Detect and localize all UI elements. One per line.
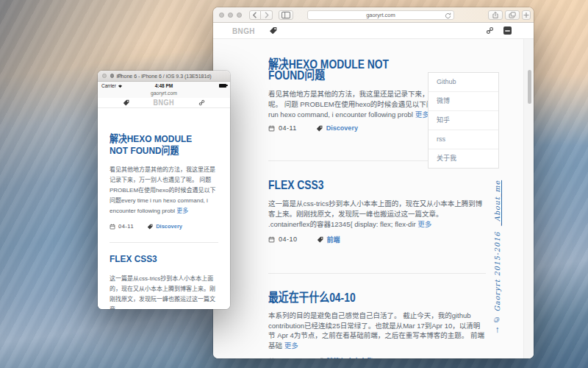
article-title-link[interactable]: 解决HEXO MODULE NOT FOUND问题 — [110, 133, 193, 156]
tag-icon — [317, 236, 323, 243]
article: FLEX CSS3 这一篇是从css-trics抄到本人小本本上面的，现在又从小… — [110, 243, 218, 309]
tag-icon — [317, 358, 323, 358]
tag-icon — [123, 99, 129, 106]
link-icon — [198, 99, 205, 106]
safari-window: gaoryrt.com BNGH — [213, 7, 534, 358]
refresh-icon — [445, 13, 451, 19]
article-meta: 04-11 Discovery — [110, 223, 218, 230]
read-more-link[interactable]: 更多 — [415, 110, 429, 118]
forward-button[interactable] — [261, 10, 273, 20]
simulator-titlebar: iPhone 6 - iPhone 6 / iOS 9.3 (13E5181d) — [98, 71, 230, 82]
article-tag-link[interactable]: Discovery — [326, 124, 358, 132]
article-title-link[interactable]: 解决HEXO MODULE NOT FOUND问题 — [268, 59, 412, 81]
sidebar-icon — [279, 11, 293, 19]
article: 解决HEXO MODULE NOT FOUND问题 看见其他地方是其他的方法，我… — [110, 108, 218, 230]
tab-overview-button[interactable] — [505, 10, 520, 20]
article-excerpt: 这一篇是从css-trics抄到本人小本本上面的，现在又从小本本上腾到博客上来。… — [110, 274, 218, 310]
tags-button[interactable] — [123, 99, 129, 106]
toolbar-right-buttons — [488, 10, 531, 20]
ios-status-bar: Carrier 4:48 PM — [98, 82, 230, 90]
chevron-right-icon — [261, 11, 272, 19]
calendar-icon — [268, 125, 275, 132]
about-me-link[interactable]: _About_me — [493, 180, 501, 226]
excerpt-text: 看见其他地方是其他的方法，我这里还是记录下来，万一别人也遇见了呢。 问题 PRO… — [110, 166, 215, 214]
back-to-top-button[interactable]: ↑ — [495, 326, 500, 333]
share-icon — [489, 11, 502, 19]
article-tag-link[interactable]: Discovery — [156, 223, 182, 230]
window-title: iPhone 6 - iPhone 6 / iOS 9.3 (13E5181d) — [98, 74, 230, 79]
article-tag: 随笔与个人文集 — [317, 356, 373, 358]
site-title: BNGH — [154, 99, 174, 107]
article: 最近在干什么04-10 本系列的目的是避免自己感觉自己白活了。 截止今天，我的g… — [268, 274, 486, 358]
article-title-link[interactable]: 最近在干什么04-10 — [268, 292, 451, 303]
refresh-button[interactable] — [445, 13, 451, 19]
ios-url-bar[interactable]: gaoryrt.com — [98, 90, 230, 98]
traffic-lights — [219, 13, 242, 18]
article-date: 04-11 — [279, 124, 297, 132]
desktop-wallpaper: gaoryrt.com BNGH — [0, 0, 588, 368]
excerpt-text: 这一篇是从css-trics抄到本人小本本上面的，现在又从小本本上腾到博客上来。… — [110, 275, 215, 310]
url-text: gaoryrt.com — [366, 12, 395, 18]
tabs-icon — [506, 11, 519, 19]
tag-icon — [147, 224, 153, 230]
permalink-button[interactable] — [486, 26, 494, 35]
site-menu-icon[interactable] — [503, 26, 512, 35]
article-tag: 前端 — [317, 235, 340, 244]
article: FLEX CSS3 这一篇是从css-trics抄到本人小本本上面的，现在又从小… — [268, 161, 486, 258]
article-excerpt: 看见其他地方是其他的方法，我这里还是记录下来，万一别人也遇见了呢。 问题 PRO… — [110, 165, 218, 216]
header-right-icons — [486, 26, 512, 35]
site-title: BNGH — [232, 26, 255, 35]
sidebar-button[interactable] — [279, 10, 293, 20]
tag-icon — [269, 26, 277, 35]
excerpt-text: 本系列的目的是避免自己感觉自己白活了。 截止今天，我的github contri… — [268, 311, 484, 350]
close-button[interactable] — [219, 13, 224, 18]
site-header: BNGH — [98, 98, 230, 108]
link-icon — [486, 26, 494, 35]
calendar-icon — [268, 236, 275, 243]
menu-item-weibo[interactable]: 微博 — [429, 92, 498, 111]
menu-item-about[interactable]: 关于我 — [429, 149, 498, 168]
article-date: 04-11 — [118, 223, 134, 230]
url-field[interactable]: gaoryrt.com — [307, 10, 454, 20]
menu-item-zhihu[interactable]: 知乎 — [429, 111, 498, 130]
article-title-link[interactable]: FLEX CSS3 — [110, 253, 205, 265]
excerpt-text: 这一篇是从css-trics抄到本人小本本上面的，现在又从小本本上腾到博客上来。… — [268, 199, 482, 228]
page-content: 解决HEXO MODULE NOT FOUND问题 看见其他地方是其他的方法，我… — [213, 39, 534, 358]
article-excerpt: 本系列的目的是避免自己感觉自己白活了。 截止今天，我的github contri… — [268, 311, 486, 351]
battery-icon — [219, 84, 226, 88]
scrollbar[interactable] — [528, 70, 531, 104]
permalink-button[interactable] — [198, 99, 205, 106]
menu-item-rss[interactable]: rss — [429, 130, 498, 149]
article-tag: Discovery — [316, 124, 358, 132]
article-date: 04-10 — [279, 236, 298, 243]
new-tab-button[interactable] — [522, 10, 531, 20]
nav-buttons — [249, 10, 273, 20]
back-button[interactable] — [249, 10, 261, 20]
chevron-left-icon — [250, 11, 260, 19]
article-meta: 04-10 前端 — [268, 235, 486, 244]
article-title-link[interactable]: FLEX CSS3 — [268, 180, 451, 191]
footer-text: © Gaoryrt 2015-2016 _About_me — [493, 173, 501, 324]
minimize-button[interactable] — [228, 13, 233, 18]
tags-button[interactable] — [269, 26, 277, 35]
calendar-icon — [110, 224, 115, 230]
share-button[interactable] — [488, 10, 503, 20]
read-more-link[interactable]: 更多 — [284, 342, 298, 350]
plus-icon — [523, 11, 530, 19]
menu-item-github[interactable]: Github — [429, 73, 498, 92]
read-more-link[interactable]: 更多 — [176, 208, 188, 214]
article-meta: 04-10 随笔与个人文集 — [268, 356, 486, 358]
zoom-button[interactable] — [237, 13, 242, 18]
article-excerpt: 这一篇是从css-trics抄到本人小本本上面的，现在又从小本本上腾到博客上来。… — [268, 199, 486, 229]
safari-toolbar: gaoryrt.com — [213, 7, 534, 23]
tag-icon — [316, 125, 323, 132]
calendar-icon — [268, 358, 275, 358]
read-more-link[interactable]: 更多 — [417, 220, 431, 228]
article-tag-link[interactable]: 随笔与个人文集 — [327, 356, 373, 358]
article-tag-link[interactable]: 前端 — [327, 235, 340, 244]
site-dropdown-menu: Github 微博 知乎 rss 关于我 — [428, 72, 499, 169]
status-time: 4:48 PM — [98, 83, 230, 88]
simulator-window: iPhone 6 - iPhone 6 / iOS 9.3 (13E5181d)… — [98, 71, 230, 309]
article-date: 04-10 — [279, 357, 298, 358]
site-header: BNGH — [213, 23, 534, 39]
